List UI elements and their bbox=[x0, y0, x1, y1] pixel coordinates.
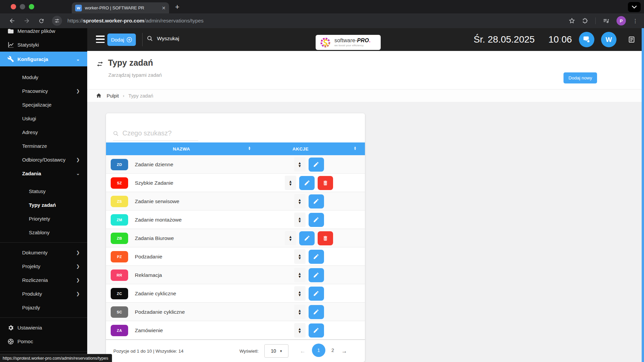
sidebar-item-label: Statusy bbox=[29, 188, 46, 194]
new-tab-button[interactable]: + bbox=[175, 3, 179, 11]
url-text[interactable]: https://sprotest.worker-pro.com/admin/re… bbox=[67, 18, 204, 24]
reorder-stepper[interactable]: ▲▼ bbox=[294, 249, 306, 264]
edit-button[interactable] bbox=[309, 323, 324, 338]
column-header-name[interactable]: NAZWA bbox=[106, 146, 257, 152]
extensions-icon[interactable] bbox=[582, 17, 589, 24]
bookmark-star-icon[interactable] bbox=[569, 17, 575, 24]
sidebar-item-projekty[interactable]: Projekty❯ bbox=[0, 259, 87, 273]
reorder-stepper[interactable]: ▲▼ bbox=[294, 213, 306, 227]
pagination-page-1[interactable]: 1 bbox=[312, 344, 325, 357]
sidebar-item-label: Produkty bbox=[22, 291, 42, 297]
edit-button[interactable] bbox=[299, 176, 315, 190]
sidebar-item-menadzer-plikow[interactable]: Menadżer plików bbox=[0, 28, 87, 38]
breadcrumb: Pulpit › Typy zadań bbox=[87, 89, 644, 102]
sidebar-item-adresy[interactable]: Adresy bbox=[0, 125, 87, 139]
edit-button[interactable] bbox=[309, 287, 324, 301]
sidebar-item-label: Moduły bbox=[22, 74, 38, 80]
pagination-next-icon[interactable]: → bbox=[341, 348, 347, 355]
sidebar-item-zadania[interactable]: Zadania⌄ bbox=[0, 167, 87, 180]
site-info-icon[interactable] bbox=[52, 16, 62, 26]
sidebar-item-label: Pojazdy bbox=[22, 305, 40, 310]
hamburger-menu-icon[interactable] bbox=[96, 36, 105, 43]
browser-menu-kebab-icon[interactable]: ⋮ bbox=[633, 18, 638, 24]
sidebar-item-statystyki[interactable]: Statystyki bbox=[0, 38, 87, 52]
table-search-input[interactable] bbox=[113, 129, 198, 141]
delete-button[interactable] bbox=[318, 231, 333, 245]
reload-icon[interactable] bbox=[38, 18, 45, 24]
edit-button[interactable] bbox=[309, 213, 324, 227]
sort-icon[interactable]: ▴▾ bbox=[354, 146, 356, 150]
sidebar-item-pracownicy[interactable]: Pracownicy❯ bbox=[0, 84, 87, 98]
reorder-stepper[interactable]: ▲▼ bbox=[294, 286, 306, 301]
edit-button[interactable] bbox=[309, 305, 324, 319]
chat-button[interactable] bbox=[579, 32, 594, 47]
add-button[interactable]: Dodaj bbox=[107, 34, 136, 46]
reorder-stepper[interactable]: ▲▼ bbox=[294, 305, 306, 319]
page-size-select[interactable]: 10▾ bbox=[264, 344, 288, 358]
breadcrumb-home-link[interactable]: Pulpit bbox=[107, 93, 119, 99]
forward-icon[interactable] bbox=[23, 17, 30, 24]
home-icon[interactable] bbox=[96, 93, 102, 99]
task-type-name: Zamówienie bbox=[135, 327, 163, 334]
browser-tab[interactable]: w worker-PRO | SOFTWARE PR ✕ bbox=[72, 2, 169, 13]
sidebar-item-label: Ustawienia bbox=[17, 325, 42, 330]
reorder-stepper[interactable]: ▲▼ bbox=[285, 231, 296, 245]
sidebar-item-ustawienia[interactable]: Ustawienia bbox=[0, 321, 87, 335]
sidebar-item-specjalizacje[interactable]: Specjalizacje bbox=[0, 98, 87, 112]
pagination-prev-icon[interactable]: ← bbox=[300, 348, 306, 355]
tab-overflow-chevron-icon[interactable] bbox=[628, 2, 641, 12]
sidebar-item-odbiorcy-dostawcy[interactable]: Odbiorcy/Dostawcy❯ bbox=[0, 153, 87, 167]
sidebar-item-label: Specjalizacje bbox=[22, 102, 52, 108]
reorder-stepper[interactable]: ▲▼ bbox=[285, 176, 296, 190]
sidebar-item-moduly[interactable]: Moduły bbox=[0, 70, 87, 84]
sort-icon[interactable]: ▴▾ bbox=[249, 146, 250, 150]
add-new-button[interactable]: Dodaj nowy bbox=[564, 72, 597, 83]
sidebar-item-pojazdy[interactable]: Pojazdy bbox=[0, 301, 87, 314]
sidebar-item-typy-zadan[interactable]: Typy zadań bbox=[0, 198, 87, 212]
sidebar-item-terminarze[interactable]: Terminarze bbox=[0, 139, 87, 153]
sidebar-item-label: Typy zadań bbox=[29, 202, 56, 208]
sidebar-item-statusy[interactable]: Statusy bbox=[0, 184, 87, 198]
breadcrumb-separator: › bbox=[123, 93, 124, 98]
window-zoom-button[interactable] bbox=[29, 4, 34, 9]
global-search[interactable]: Wyszukaj bbox=[147, 36, 179, 42]
edit-button[interactable] bbox=[309, 250, 324, 264]
browser-profile-avatar[interactable]: P bbox=[616, 16, 626, 25]
sidebar-item-konfiguracja[interactable]: Konfiguracja⌄ bbox=[0, 52, 87, 66]
sidebar-item-pomoc[interactable]: Pomoc bbox=[0, 335, 87, 348]
edit-button[interactable] bbox=[309, 194, 324, 208]
column-header-actions[interactable]: AKCJE bbox=[257, 146, 344, 152]
back-icon[interactable] bbox=[9, 17, 15, 24]
reorder-stepper[interactable]: ▲▼ bbox=[294, 157, 306, 172]
table-footer: Pozycje od 1 do 10 | Wszystkie: 14 Wyświ… bbox=[106, 340, 365, 362]
sidebar-item-uslugi[interactable]: Usługi bbox=[0, 112, 87, 125]
tab-close-icon[interactable]: ✕ bbox=[162, 5, 166, 11]
reorder-stepper[interactable]: ▲▼ bbox=[294, 323, 306, 338]
edit-button[interactable] bbox=[309, 158, 324, 172]
user-avatar[interactable]: W bbox=[601, 32, 616, 47]
page-scrollbar[interactable] bbox=[642, 28, 644, 362]
reorder-stepper[interactable]: ▲▼ bbox=[294, 194, 306, 208]
window-close-button[interactable] bbox=[11, 4, 16, 9]
sidebar-item-label: Usługi bbox=[22, 116, 36, 121]
chart-icon bbox=[7, 41, 15, 49]
sidebar-item-rozliczenia[interactable]: Rozliczenia❯ bbox=[0, 273, 87, 287]
main-content: NAZWA ▴▾ AKCJE ▴▾ ZDZadanie dzienne▲▼SZS… bbox=[87, 102, 644, 362]
panel-list-icon[interactable] bbox=[628, 36, 635, 43]
edit-button[interactable] bbox=[309, 268, 324, 282]
sidebar-item-priorytety[interactable]: Priorytety bbox=[0, 212, 87, 226]
sidebar-item-dokumenty[interactable]: Dokumenty❯ bbox=[0, 246, 87, 259]
delete-button[interactable] bbox=[318, 176, 333, 190]
table-row: ZSZadanie serwisowe▲▼ bbox=[106, 192, 365, 210]
chevron-right-icon: ❯ bbox=[76, 278, 80, 283]
pagination-page-2[interactable]: 2 bbox=[331, 348, 334, 353]
page-subtitle: Zarządzaj typami zadań bbox=[108, 72, 162, 78]
task-type-badge: ZM bbox=[111, 214, 128, 226]
reorder-stepper[interactable]: ▲▼ bbox=[294, 268, 306, 282]
media-queue-icon[interactable] bbox=[602, 17, 610, 24]
edit-button[interactable] bbox=[299, 231, 315, 245]
window-minimize-button[interactable] bbox=[20, 4, 25, 9]
sidebar-item-szablony[interactable]: Szablony bbox=[0, 226, 87, 239]
company-logo: software-PRO. we boost your efficiency bbox=[316, 35, 381, 50]
sidebar-item-produkty[interactable]: Produkty❯ bbox=[0, 287, 87, 301]
